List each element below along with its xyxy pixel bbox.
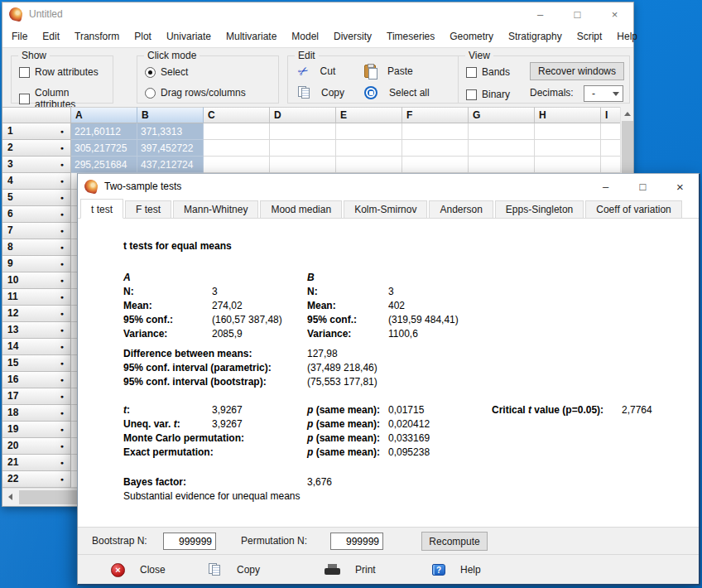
menu-file[interactable]: File: [4, 27, 35, 46]
cell-I1[interactable]: [601, 123, 622, 140]
cell-F1[interactable]: [402, 123, 469, 140]
column-header-I[interactable]: I: [601, 107, 622, 123]
recover-windows-button[interactable]: Recover windows: [530, 62, 624, 80]
menu-transform[interactable]: Transform: [67, 27, 127, 46]
radio-drag-rows-columns[interactable]: Drag rows/columns: [145, 87, 246, 99]
row-header-5[interactable]: 5●: [2, 190, 71, 206]
row-header-18[interactable]: 18●: [2, 405, 71, 422]
decimals-dropdown[interactable]: -: [584, 85, 623, 102]
row-header-8[interactable]: 8●: [2, 239, 71, 256]
menu-geometry[interactable]: Geometry: [442, 27, 501, 46]
column-header-F[interactable]: F: [402, 107, 469, 123]
row-header-9[interactable]: 9●: [2, 256, 71, 272]
row-header-10[interactable]: 10●: [2, 272, 71, 289]
row-header-7[interactable]: 7●: [2, 223, 71, 239]
tab-t-test[interactable]: t test: [80, 199, 123, 219]
cell-B1[interactable]: 371,3313: [137, 123, 204, 140]
cell-C3[interactable]: [204, 157, 270, 173]
tab-mood-median[interactable]: Mood median: [260, 200, 342, 218]
cell-G2[interactable]: [469, 140, 535, 157]
row-header-2[interactable]: 2●: [2, 140, 71, 157]
row-header-17[interactable]: 17●: [2, 388, 71, 405]
menu-diversity[interactable]: Diversity: [326, 27, 379, 46]
cell-E2[interactable]: [336, 140, 402, 157]
column-header-H[interactable]: H: [535, 107, 601, 123]
select-all-button[interactable]: Select all: [364, 86, 430, 99]
column-header-A[interactable]: A: [71, 107, 137, 123]
maximize-button[interactable]: □: [559, 2, 596, 26]
print-results-button[interactable]: Print: [325, 555, 376, 585]
row-header-11[interactable]: 11●: [2, 289, 71, 306]
dialog-titlebar[interactable]: Two-sample tests – □ ×: [78, 174, 699, 199]
column-header-C[interactable]: C: [204, 107, 270, 123]
tab-mann-whitney[interactable]: Mann-Whitney: [173, 200, 258, 218]
tab-anderson[interactable]: Anderson: [429, 200, 493, 218]
row-header-21[interactable]: 21●: [2, 455, 71, 471]
cell-A2[interactable]: 305,217725: [71, 140, 137, 157]
copy-button[interactable]: Copy: [298, 86, 344, 99]
checkbox-icon[interactable]: [19, 67, 30, 78]
column-header-B[interactable]: B: [137, 107, 204, 123]
main-titlebar[interactable]: Untitled – □ ×: [2, 2, 633, 26]
checkbox-icon[interactable]: [466, 67, 477, 78]
cell-H3[interactable]: [535, 157, 601, 173]
column-header-E[interactable]: E: [336, 107, 402, 123]
cell-A3[interactable]: 295,251684: [71, 157, 137, 173]
cell-G3[interactable]: [469, 157, 535, 173]
tab-coeff-of-variation[interactable]: Coeff of variation: [585, 200, 682, 218]
tab-epps-singleton[interactable]: Epps-Singleton: [495, 200, 584, 218]
row-header-22[interactable]: 22●: [2, 471, 71, 488]
cell-B2[interactable]: 397,452722: [137, 140, 204, 157]
scroll-left-icon[interactable]: [8, 494, 12, 500]
minimize-button[interactable]: –: [522, 2, 559, 26]
radio-select[interactable]: Select: [145, 66, 188, 78]
row-header-13[interactable]: 13●: [2, 322, 71, 339]
close-button[interactable]: ×: [596, 2, 633, 26]
row-header-12[interactable]: 12●: [2, 306, 71, 322]
menu-script[interactable]: Script: [570, 27, 610, 46]
dialog-maximize-button[interactable]: □: [624, 174, 661, 199]
cell-H2[interactable]: [535, 140, 601, 157]
menu-plot[interactable]: Plot: [127, 27, 159, 46]
checkbox-icon[interactable]: [466, 89, 477, 100]
cell-C2[interactable]: [204, 140, 270, 157]
permutation-n-input[interactable]: [330, 533, 383, 550]
menu-edit[interactable]: Edit: [35, 27, 67, 46]
vertical-scroll-thumb[interactable]: [622, 121, 633, 181]
menu-timeseries[interactable]: Timeseries: [379, 27, 442, 46]
row-header-15[interactable]: 15●: [2, 355, 71, 372]
column-header-D[interactable]: D: [270, 107, 336, 123]
cell-C1[interactable]: [204, 123, 270, 140]
menu-help[interactable]: Help: [609, 27, 645, 46]
dialog-close-button[interactable]: ×: [661, 174, 699, 199]
sheet-corner-cell[interactable]: [2, 107, 71, 123]
copy-results-button[interactable]: Copy: [209, 555, 260, 585]
paste-button[interactable]: Paste: [364, 65, 413, 78]
row-header-3[interactable]: 3●: [2, 157, 71, 173]
row-header-1[interactable]: 1●: [2, 123, 71, 140]
row-header-4[interactable]: 4●: [2, 173, 71, 190]
row-header-6[interactable]: 6●: [2, 206, 71, 223]
cell-E3[interactable]: [336, 157, 402, 173]
row-header-20[interactable]: 20●: [2, 438, 71, 455]
menu-model[interactable]: Model: [284, 27, 326, 46]
recompute-button[interactable]: Recompute: [421, 532, 488, 551]
scroll-up-icon[interactable]: [624, 112, 631, 116]
close-dialog-button[interactable]: × Close: [111, 555, 166, 585]
cell-D3[interactable]: [270, 157, 336, 173]
column-header-G[interactable]: G: [469, 107, 535, 123]
row-header-19[interactable]: 19●: [2, 422, 71, 438]
cut-button[interactable]: ✂ Cut: [298, 65, 335, 77]
cell-G1[interactable]: [469, 123, 535, 140]
cell-F2[interactable]: [402, 140, 469, 157]
checkbox-row-attributes[interactable]: Row attributes: [19, 66, 99, 78]
cell-B3[interactable]: 437,212724: [137, 157, 204, 173]
radio-icon-selected[interactable]: [145, 67, 156, 78]
bootstrap-n-input[interactable]: [163, 533, 216, 550]
radio-icon[interactable]: [145, 88, 156, 99]
dialog-minimize-button[interactable]: –: [587, 174, 624, 199]
tab-f-test[interactable]: F test: [125, 200, 171, 218]
checkbox-icon[interactable]: [19, 94, 30, 104]
menu-stratigraphy[interactable]: Stratigraphy: [501, 27, 570, 46]
cell-F3[interactable]: [402, 157, 469, 173]
